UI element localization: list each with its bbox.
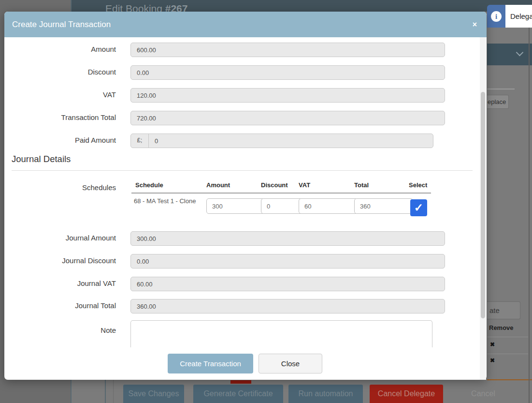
divider: [105, 380, 106, 403]
remove-row-icon: ✖: [490, 357, 495, 364]
info-button[interactable]: i: [487, 5, 505, 28]
close-icon[interactable]: ×: [473, 20, 479, 29]
schedule-row-name: 68 - MA Test 1 - Clone: [134, 197, 196, 205]
journal-details-heading: Journal Details: [12, 154, 71, 164]
generate-certificate-button: Generate Certificate: [193, 385, 283, 403]
table-header-divider: [131, 193, 431, 194]
amount-input: [130, 43, 445, 57]
screen: { "icons": { "close": "×", "check": "✓",…: [0, 0, 532, 403]
run-automation-button: Run automation: [288, 385, 363, 403]
remove-row-icon: ✖: [490, 341, 495, 348]
divider: [487, 89, 515, 90]
journal-total-label: Journal Total: [4, 299, 116, 313]
col-header-total: Total: [354, 181, 369, 189]
page-title-number: #267: [165, 3, 188, 12]
create-journal-transaction-modal: Create Journal Transaction × Amount Disc…: [4, 12, 487, 380]
modal-scrollbar-track[interactable]: [480, 37, 486, 380]
col-header-discount: Discount: [261, 181, 288, 189]
section-divider: [12, 170, 473, 171]
schedule-total-input[interactable]: [354, 198, 413, 214]
create-transaction-button[interactable]: Create Transaction: [168, 354, 253, 373]
modal-title: Create Journal Transaction: [12, 20, 473, 30]
divider: [487, 337, 528, 337]
col-header-select: Select: [409, 181, 427, 189]
checkbox-check-icon: ✓: [414, 201, 423, 214]
journal-vat-label: Journal VAT: [4, 277, 116, 290]
journal-discount-input: [130, 254, 445, 269]
divider: [113, 380, 114, 403]
info-icon: i: [491, 11, 502, 22]
note-textarea[interactable]: [130, 320, 432, 347]
cancel-delegate-button: Cancel Delegate: [370, 385, 443, 403]
note-label: Note: [4, 324, 116, 337]
discount-input: [130, 65, 445, 80]
col-header-schedule: Schedule: [135, 181, 163, 189]
chevron-down-icon: [516, 49, 524, 57]
discount-label: Discount: [4, 65, 116, 79]
schedule-vat-input[interactable]: [299, 198, 358, 214]
journal-total-input: [130, 299, 445, 313]
remove-column-header: Remove: [489, 323, 514, 333]
paid-amount-label: Paid Amount: [4, 134, 116, 147]
panel-border-orange: [487, 379, 532, 380]
currency-prefix: £;: [131, 134, 149, 148]
update-button-partial: ate: [487, 301, 520, 319]
journal-vat-input: [130, 277, 445, 291]
modal-close-button[interactable]: Close: [259, 354, 322, 373]
amount-label: Amount: [4, 43, 116, 56]
page-title-text: Edit Booking: [105, 3, 165, 12]
modal-scrollbar-thumb[interactable]: [481, 92, 485, 318]
divider: [487, 354, 528, 354]
cancel-button: Cancel: [461, 385, 505, 403]
delegate-tab-partial: Delegat: [505, 5, 532, 28]
journal-amount-label: Journal Amount: [4, 231, 116, 245]
save-changes-button: Save Changes: [123, 385, 184, 403]
background-panel-header: [487, 44, 532, 65]
schedules-label: Schedules: [4, 181, 116, 194]
vat-input: [130, 88, 445, 103]
modal-header: Create Journal Transaction ×: [4, 12, 487, 37]
col-header-amount: Amount: [206, 181, 230, 189]
schedule-amount-input[interactable]: [206, 198, 264, 214]
transaction-total-input: [130, 111, 445, 125]
col-header-vat: VAT: [299, 181, 310, 189]
replace-button: eplace: [487, 95, 509, 109]
vat-label: VAT: [4, 88, 116, 102]
page-title: Edit Booking #267: [105, 0, 347, 12]
panel-right-border: [529, 28, 530, 403]
paid-amount-group: £;: [130, 134, 433, 148]
journal-discount-label: Journal Discount: [4, 254, 116, 268]
schedule-select-checkbox[interactable]: ✓: [410, 199, 427, 216]
schedule-discount-input[interactable]: [261, 198, 302, 214]
paid-amount-input: [149, 134, 433, 148]
transaction-total-label: Transaction Total: [4, 111, 116, 124]
red-fragment: [230, 380, 251, 384]
journal-amount-input: [130, 231, 445, 246]
